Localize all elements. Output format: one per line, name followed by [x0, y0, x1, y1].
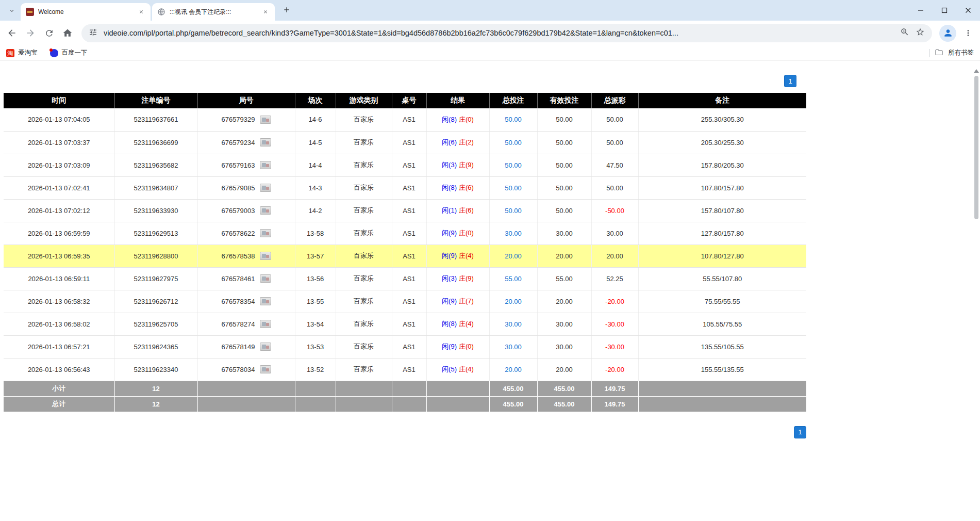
cell-remark: 107.80/127.80: [638, 245, 806, 267]
bet-record-row[interactable]: 2026-01-13 07:04:05 523119637661 6765793…: [4, 108, 806, 131]
minimize-button[interactable]: [909, 0, 933, 21]
total-bet-link[interactable]: 30.00: [505, 320, 522, 328]
round-result-icon[interactable]: [260, 297, 271, 305]
round-result-icon[interactable]: [260, 229, 271, 237]
round-result-icon[interactable]: [260, 161, 271, 169]
bet-record-row[interactable]: 2026-01-13 07:03:09 523119635682 6765791…: [4, 154, 806, 176]
cell-bet-id: 523119635682: [114, 154, 197, 176]
cell-round: 676578538: [197, 245, 295, 267]
browser-menu-button[interactable]: [959, 24, 977, 42]
cell-table-no: AS1: [392, 222, 426, 245]
cell-payout: 47.50: [591, 154, 638, 176]
cell-result: 闲(5)庄(4): [426, 358, 489, 381]
bet-record-row[interactable]: 2026-01-13 07:02:12 523119633930 6765790…: [4, 199, 806, 222]
player-result: 闲(3): [442, 161, 457, 169]
new-tab-button[interactable]: [279, 3, 294, 17]
maximize-button[interactable]: [933, 0, 956, 21]
round-result-icon[interactable]: [260, 343, 271, 351]
all-bookmarks-label[interactable]: 所有书签: [948, 48, 974, 57]
scrollbar[interactable]: [974, 69, 979, 518]
cell-valid-bet: 50.00: [537, 199, 591, 222]
cell-session: 14-6: [295, 108, 336, 131]
bet-record-row[interactable]: 2026-01-13 06:58:02 523119625705 6765782…: [4, 313, 806, 335]
bet-record-row[interactable]: 2026-01-13 06:57:21 523119624365 6765781…: [4, 335, 806, 358]
round-result-icon[interactable]: [260, 206, 271, 215]
total-bet-link[interactable]: 20.00: [505, 366, 522, 373]
reload-button[interactable]: [40, 24, 58, 42]
tab-welcome[interactable]: Welcome: [21, 3, 151, 21]
total-bet-link[interactable]: 50.00: [505, 207, 522, 215]
cell-remark: 107.80/157.80: [638, 176, 806, 199]
total-bet-link[interactable]: 50.00: [505, 139, 522, 146]
col-remark: 备注: [638, 93, 806, 108]
cell-table-no: AS1: [392, 335, 426, 358]
bet-record-row[interactable]: 2026-01-13 06:59:35 523119628800 6765785…: [4, 245, 806, 267]
total-bet-link[interactable]: 50.00: [505, 184, 522, 192]
bet-record-row[interactable]: 2026-01-13 06:56:43 523119623340 6765780…: [4, 358, 806, 381]
cell-time: 2026-01-13 06:59:11: [4, 267, 114, 290]
total-bet-link[interactable]: 50.00: [505, 161, 522, 169]
round-result-icon[interactable]: [260, 320, 271, 328]
cell-bet-id: 523119624365: [114, 335, 197, 358]
total-count: 12: [114, 396, 197, 412]
cell-total-bet: 20.00: [489, 290, 537, 313]
bookmark-taobao[interactable]: 淘 爱淘宝: [6, 48, 38, 57]
back-button[interactable]: [3, 24, 21, 42]
url-text[interactable]: videoie.com/ipl/portal.php/game/betrecor…: [104, 29, 894, 37]
round-result-icon[interactable]: [260, 252, 271, 260]
bet-record-row[interactable]: 2026-01-13 06:59:11 523119627975 6765784…: [4, 267, 806, 290]
player-result: 闲(3): [442, 274, 457, 282]
cell-session: 13-55: [295, 290, 336, 313]
banker-result: 庄(4): [459, 320, 474, 328]
forward-button[interactable]: [22, 24, 39, 42]
tab-close-icon[interactable]: [137, 8, 145, 16]
zoom-icon[interactable]: [900, 27, 909, 39]
bet-record-row[interactable]: 2026-01-13 06:58:32 523119626712 6765783…: [4, 290, 806, 313]
profile-avatar[interactable]: [939, 25, 956, 42]
cell-table-no: AS1: [392, 176, 426, 199]
round-result-icon[interactable]: [260, 116, 271, 124]
tab-search-button[interactable]: [4, 3, 20, 19]
cell-time: 2026-01-13 06:58:02: [4, 313, 114, 335]
round-result-icon[interactable]: [260, 184, 271, 192]
navigation-bar: videoie.com/ipl/portal.php/game/betrecor…: [0, 21, 980, 45]
home-button[interactable]: [59, 24, 76, 42]
cell-remark: 205.30/255.30: [638, 131, 806, 154]
cell-payout: 20.00: [591, 245, 638, 267]
cell-payout: -30.00: [591, 313, 638, 335]
page-content: 1 时间 注单编号 局号 场次 游戏类别 桌号 结果 总投注 有效投注 总派彩 …: [0, 61, 980, 521]
total-bet-link[interactable]: 30.00: [505, 230, 522, 237]
pagination-page-1-button[interactable]: 1: [784, 75, 796, 87]
address-bar[interactable]: videoie.com/ipl/portal.php/game/betrecor…: [81, 24, 932, 42]
cell-round: 676578354: [197, 290, 295, 313]
total-bet-link[interactable]: 20.00: [505, 298, 522, 305]
window-controls: [909, 0, 980, 21]
bookmark-baidu[interactable]: 百度一下: [50, 48, 88, 57]
total-bet-link[interactable]: 20.00: [505, 252, 522, 260]
banker-result: 庄(4): [459, 365, 474, 373]
col-result: 结果: [426, 93, 489, 108]
cell-result: 闲(9)庄(0): [426, 222, 489, 245]
cell-payout: 50.00: [591, 176, 638, 199]
site-settings-icon[interactable]: [89, 28, 97, 39]
tab-close-icon[interactable]: [261, 8, 270, 16]
total-bet-link[interactable]: 30.00: [505, 343, 522, 351]
bet-record-row[interactable]: 2026-01-13 06:59:59 523119629513 6765786…: [4, 222, 806, 245]
bet-record-row[interactable]: 2026-01-13 07:02:41 523119634807 6765790…: [4, 176, 806, 199]
cell-payout: -20.00: [591, 290, 638, 313]
tab-betrecord[interactable]: :::视讯 会员下注纪录:::: [152, 3, 275, 21]
scroll-up-arrow[interactable]: [974, 69, 979, 73]
close-button[interactable]: [956, 0, 980, 21]
total-bet-link[interactable]: 55.00: [505, 275, 522, 283]
scrollbar-thumb[interactable]: [974, 76, 978, 219]
total-bet-link[interactable]: 50.00: [505, 116, 522, 123]
bet-record-row[interactable]: 2026-01-13 07:03:37 523119636699 6765792…: [4, 131, 806, 154]
round-result-icon[interactable]: [260, 365, 271, 373]
round-result-icon[interactable]: [260, 274, 271, 283]
round-result-icon[interactable]: [260, 138, 271, 146]
bookmark-star-icon[interactable]: [916, 27, 925, 39]
cell-round: 676579003: [197, 199, 295, 222]
pagination-page-1-button-bottom[interactable]: 1: [794, 426, 806, 438]
banker-result: 庄(6): [459, 206, 474, 214]
cell-valid-bet: 55.00: [537, 267, 591, 290]
